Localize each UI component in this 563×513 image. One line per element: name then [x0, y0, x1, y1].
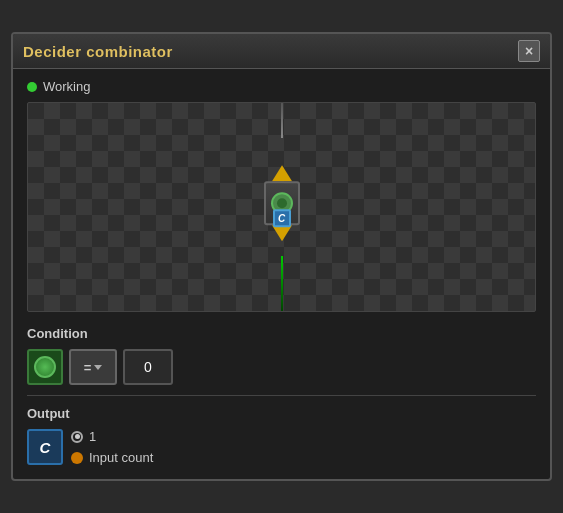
- output-signal-button[interactable]: C: [27, 429, 63, 465]
- c-icon: C: [273, 209, 291, 227]
- signal-btn-inner: [34, 356, 56, 378]
- condition-row: = 0: [27, 349, 536, 385]
- section-divider: [27, 395, 536, 396]
- decider-combinator-window: Decider combinator × Working C: [11, 32, 552, 481]
- cable-line: [281, 256, 283, 311]
- dropdown-arrow-icon: [94, 365, 102, 370]
- signal-icon-inner: [277, 198, 287, 208]
- operator-dropdown[interactable]: =: [69, 349, 117, 385]
- window-content: Working C Condition: [13, 69, 550, 479]
- window-title: Decider combinator: [23, 43, 173, 60]
- condition-label: Condition: [27, 326, 536, 341]
- output-options: 1 Input count: [71, 429, 153, 465]
- radio-row-input-count: Input count: [71, 450, 153, 465]
- output-section: Output C 1 Input count: [27, 406, 536, 465]
- condition-signal-button[interactable]: [27, 349, 63, 385]
- radio-1[interactable]: [71, 431, 83, 443]
- radio-1-label: 1: [89, 429, 96, 444]
- output-row: C 1 Input count: [27, 429, 536, 465]
- status-text: Working: [43, 79, 90, 94]
- radio-row-1: 1: [71, 429, 153, 444]
- close-button[interactable]: ×: [518, 40, 540, 62]
- combinator-sprite: C: [264, 165, 300, 241]
- arrow-top-icon: [272, 165, 292, 181]
- arrow-bottom-icon: [272, 225, 292, 241]
- titlebar: Decider combinator ×: [13, 34, 550, 69]
- status-row: Working: [27, 79, 536, 94]
- radio-input-count[interactable]: [71, 452, 83, 464]
- condition-value: 0: [123, 349, 173, 385]
- preview-area: C: [27, 102, 536, 312]
- cable-top: [281, 103, 283, 138]
- status-indicator: [27, 82, 37, 92]
- output-label: Output: [27, 406, 536, 421]
- input-count-label: Input count: [89, 450, 153, 465]
- combinator-body: C: [264, 181, 300, 225]
- operator-text: =: [84, 360, 92, 375]
